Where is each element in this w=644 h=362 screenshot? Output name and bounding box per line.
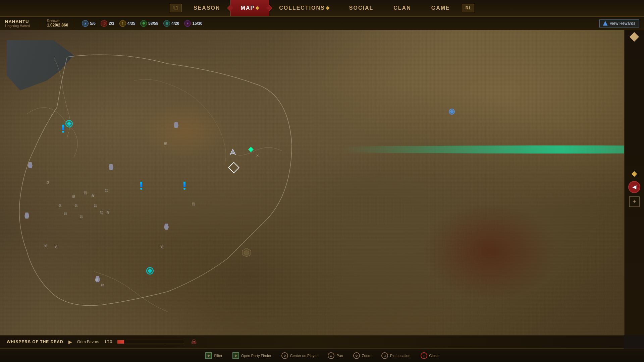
shrine-marker[interactable] — [173, 122, 179, 128]
temple-marker[interactable] — [241, 247, 252, 259]
shrine-marker[interactable] — [164, 223, 169, 230]
player-marker — [229, 148, 236, 155]
separator-2 — [75, 19, 75, 28]
nav-item-clan[interactable]: CLAN — [383, 0, 421, 16]
chain-marker[interactable]: ⛓ — [94, 204, 97, 207]
pan-icon: ⊙ — [328, 352, 334, 359]
view-rewards-button[interactable]: View Rewards — [599, 19, 639, 27]
red-stat-count: 2/3 — [109, 21, 114, 26]
nav-item-game[interactable]: GAME — [421, 0, 460, 16]
chain-marker[interactable]: ⛓ — [164, 142, 167, 145]
shrine-marker[interactable] — [108, 164, 114, 170]
nav-arrow-button[interactable]: ◀ — [628, 181, 640, 193]
shrine-icon — [24, 213, 29, 219]
right-sidebar: ◀ + — [624, 30, 644, 335]
glow-event-marker[interactable] — [248, 147, 624, 152]
center-label: Center on Player — [290, 354, 318, 358]
quest-progress-bar — [117, 340, 184, 344]
event-marker[interactable] — [62, 125, 64, 133]
chain-marker[interactable]: ⛓ — [72, 195, 75, 198]
crossed-swords-marker[interactable]: ⚔ — [256, 152, 259, 158]
shrine-icon — [174, 122, 178, 128]
renown-label: Renown: — [47, 19, 68, 23]
control-pin: □ Pin Location — [381, 352, 411, 359]
event-marker[interactable] — [183, 182, 185, 190]
stat-teal: ⊞ 4/20 — [163, 20, 179, 27]
quest-name: WHISPERS OF THE DEAD — [7, 340, 63, 344]
chain-marker[interactable]: ⛓ — [64, 212, 67, 216]
gold-stat-icon: ! — [119, 20, 126, 27]
zoom-label: Zoom — [362, 354, 371, 358]
red-stat-icon: ☽ — [101, 20, 107, 27]
teal-stat-count: 4/20 — [171, 21, 179, 26]
control-center: ⊙ Center on Player — [281, 352, 318, 359]
nav-item-map[interactable]: MAP — [230, 0, 269, 16]
location-block: NAHANTU Lingering Hatred — [5, 19, 30, 28]
chain-marker[interactable]: ⛓ — [58, 204, 62, 207]
dungeon-count: 5/6 — [90, 21, 96, 26]
zoom-plus-icon: + — [633, 198, 636, 205]
map-container[interactable]: ⛓ ⛓ ⛓ ⛓ ⛓ ⛓ ⛓ ⛓ ⛓ ⛓ ⛓ ⛓ ⛓ ⛓ ⛓ ⛓ ⛓ ⚔ — [0, 30, 624, 335]
waypoint-marker-1[interactable] — [65, 120, 73, 127]
triangle-icon — [603, 21, 608, 26]
filter-icon: ⊕ — [205, 352, 212, 359]
green-stat-count: 58/58 — [148, 21, 158, 26]
close-icon: ○ — [421, 352, 427, 359]
separator-1 — [40, 19, 40, 28]
l1-button[interactable]: L1 — [170, 4, 182, 12]
chain-marker[interactable]: ⛓ — [100, 210, 103, 214]
top-navigation: L1 SEASON MAP COLLECTIONS SOCIAL CLAN GA… — [0, 0, 644, 17]
collections-diamond — [326, 6, 329, 10]
chain-marker[interactable]: ⛓ — [54, 245, 58, 249]
gold-stat-count: 4/35 — [127, 21, 135, 26]
chain-marker[interactable]: ⛓ — [105, 189, 108, 192]
dungeon-icon: ▲ — [82, 20, 89, 27]
r1-button[interactable]: R1 — [462, 4, 474, 12]
chain-marker[interactable]: ⛓ — [192, 202, 195, 206]
pan-label: Pan — [336, 354, 343, 358]
bottom-chain-marker-2[interactable]: ⛓ — [101, 283, 104, 287]
quest-task: Grim Favors — [77, 340, 99, 344]
center-icon: ⊙ — [281, 352, 288, 359]
teal-stat-icon: ⊞ — [163, 20, 170, 27]
chain-marker[interactable]: ⛓ — [79, 215, 83, 219]
control-pan: ⊙ Pan — [328, 352, 343, 359]
map-texture — [0, 30, 624, 335]
nav-item-season[interactable]: SEASON — [183, 0, 230, 16]
chain-marker[interactable]: ⛓ — [44, 244, 48, 248]
expand-diamond[interactable] — [630, 32, 639, 42]
quest-skull-icon: ☠ — [189, 337, 199, 347]
svg-marker-0 — [230, 149, 235, 155]
info-bar: NAHANTU Lingering Hatred Renown: 1,020/2… — [0, 17, 644, 30]
chain-marker[interactable]: ⛓ — [106, 210, 110, 214]
glow-diamond-icon — [248, 147, 254, 152]
chain-marker[interactable]: ⛓ — [160, 245, 164, 249]
waypoint-marker-right[interactable] — [449, 109, 455, 115]
chain-marker[interactable]: ⛓ — [84, 191, 87, 195]
stat-red: ☽ 2/3 — [101, 20, 114, 27]
bottom-chain-marker[interactable]: ⛓ — [95, 278, 98, 281]
nav-item-collections[interactable]: COLLECTIONS — [269, 0, 339, 16]
purple-stat-icon: ♦ — [184, 20, 191, 27]
green-stat-icon: ⊕ — [140, 20, 147, 27]
shrine-icon — [109, 164, 113, 170]
shrine-icon — [28, 162, 33, 168]
objective-marker — [230, 164, 238, 172]
map-active-diamond — [255, 6, 259, 10]
stat-purple: ♦ 15/30 — [184, 20, 202, 27]
zoom-icon: ⊙ — [353, 352, 360, 359]
chain-marker[interactable]: ⛓ — [91, 193, 95, 197]
event-marker[interactable] — [140, 182, 142, 190]
waypoint-marker-2[interactable] — [146, 267, 154, 275]
close-label: Close — [429, 354, 439, 358]
party-finder-label: Open Party Finder — [241, 354, 271, 358]
shrine-marker[interactable] — [28, 162, 33, 169]
chain-marker[interactable]: ⛓ — [46, 181, 50, 184]
zoom-plus-button[interactable]: + — [629, 196, 640, 207]
shrine-marker[interactable] — [24, 212, 30, 219]
nav-item-social[interactable]: SOCIAL — [339, 0, 383, 16]
chain-marker[interactable]: ⛓ — [74, 204, 78, 207]
control-close[interactable]: ○ Close — [421, 352, 439, 359]
quest-count: 1/10 — [104, 340, 112, 344]
stat-green: ⊕ 58/58 — [140, 20, 158, 27]
